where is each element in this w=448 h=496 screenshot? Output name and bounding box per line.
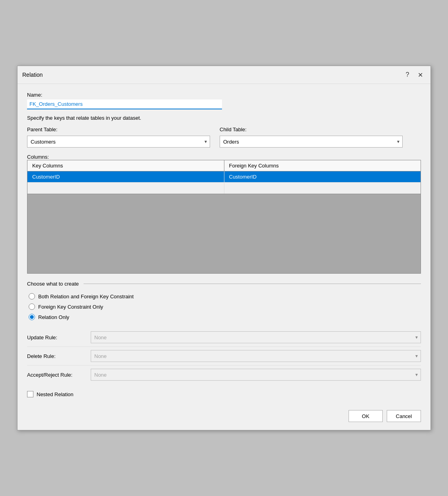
nested-relation-label: Nested Relation: [37, 391, 74, 397]
nested-relation-row: Nested Relation: [27, 391, 421, 397]
description-text: Specify the keys that relate tables in y…: [27, 115, 421, 121]
radio-group: Both Relation and Foreign Key Constraint…: [29, 293, 421, 320]
accept-reject-rule-label: Accept/Reject Rule:: [27, 372, 91, 378]
choose-label: Choose what to create: [27, 281, 79, 287]
delete-rule-select[interactable]: None: [91, 350, 421, 362]
columns-table: Key Columns Foreign Key Columns Customer…: [27, 160, 421, 274]
child-table-dropdown-wrapper: Orders: [220, 136, 403, 148]
columns-label: Columns:: [27, 154, 421, 160]
cancel-button[interactable]: Cancel: [387, 410, 421, 422]
parent-table-select[interactable]: Customers: [27, 136, 210, 148]
name-input[interactable]: [27, 99, 222, 109]
name-field-group: Name:: [27, 92, 421, 109]
parent-table-group: Parent Table: Customers: [27, 126, 210, 148]
title-bar-left: Relation: [22, 72, 43, 78]
radio-fk[interactable]: [29, 303, 35, 310]
child-table-label: Child Table:: [220, 126, 403, 132]
radio-relation[interactable]: [29, 314, 35, 320]
radio-both-label: Both Relation and Foreign Key Constraint: [38, 294, 134, 300]
columns-section: Columns: Key Columns Foreign Key Columns…: [27, 152, 421, 274]
title-bar: Relation ? ✕: [18, 66, 430, 84]
close-button[interactable]: ✕: [415, 69, 426, 80]
columns-gray-area: [27, 194, 421, 273]
title-bar-right: ? ✕: [402, 69, 426, 80]
update-rule-select[interactable]: None: [91, 331, 421, 343]
delete-rule-row: Delete Rule: None: [27, 347, 421, 366]
child-table-group: Child Table: Orders: [220, 126, 403, 148]
accept-reject-rule-dropdown-wrapper: None: [91, 369, 421, 381]
radio-fk-label: Foreign Key Constraint Only: [38, 304, 103, 310]
radio-both[interactable]: [29, 293, 35, 300]
ok-button[interactable]: OK: [349, 410, 383, 422]
accept-reject-rule-select[interactable]: None: [91, 369, 421, 381]
columns-header: Key Columns Foreign Key Columns: [27, 160, 421, 171]
choose-section-header: Choose what to create: [27, 281, 421, 287]
name-input-wrapper: [27, 99, 222, 109]
dialog-title: Relation: [22, 72, 43, 78]
table-row[interactable]: [27, 183, 421, 194]
parent-table-label: Parent Table:: [27, 126, 210, 132]
foreign-cell-0: CustomerID: [224, 171, 421, 182]
delete-rule-label: Delete Rule:: [27, 353, 91, 359]
dialog-footer: OK Cancel: [18, 405, 430, 430]
dialog-content: Name: Specify the keys that relate table…: [18, 84, 430, 405]
child-table-select[interactable]: Orders: [220, 136, 403, 148]
divider-line: [84, 284, 421, 284]
key-columns-header: Key Columns: [27, 160, 224, 171]
name-label: Name:: [27, 92, 421, 98]
radio-both-item[interactable]: Both Relation and Foreign Key Constraint: [29, 293, 421, 300]
radio-fk-item[interactable]: Foreign Key Constraint Only: [29, 303, 421, 310]
key-cell-0: CustomerID: [27, 171, 224, 182]
rules-section: Update Rule: None Delete Rule: None Acce…: [27, 328, 421, 384]
update-rule-row: Update Rule: None: [27, 328, 421, 347]
radio-relation-label: Relation Only: [38, 314, 69, 320]
key-cell-1: [27, 183, 224, 194]
delete-rule-dropdown-wrapper: None: [91, 350, 421, 362]
columns-body: CustomerID CustomerID: [27, 171, 421, 194]
accept-reject-rule-row: Accept/Reject Rule: None: [27, 366, 421, 384]
tables-row: Parent Table: Customers Child Table: Ord…: [27, 126, 421, 148]
radio-relation-item[interactable]: Relation Only: [29, 314, 421, 320]
help-button[interactable]: ?: [402, 69, 413, 80]
update-rule-label: Update Rule:: [27, 335, 91, 340]
relation-dialog: Relation ? ✕ Name: Specify the keys that…: [17, 66, 431, 430]
table-row[interactable]: CustomerID CustomerID: [27, 171, 421, 183]
parent-table-dropdown-wrapper: Customers: [27, 136, 210, 148]
update-rule-dropdown-wrapper: None: [91, 331, 421, 343]
foreign-cell-1: [224, 183, 421, 194]
foreign-columns-header: Foreign Key Columns: [224, 160, 421, 171]
nested-relation-checkbox[interactable]: [27, 391, 33, 397]
